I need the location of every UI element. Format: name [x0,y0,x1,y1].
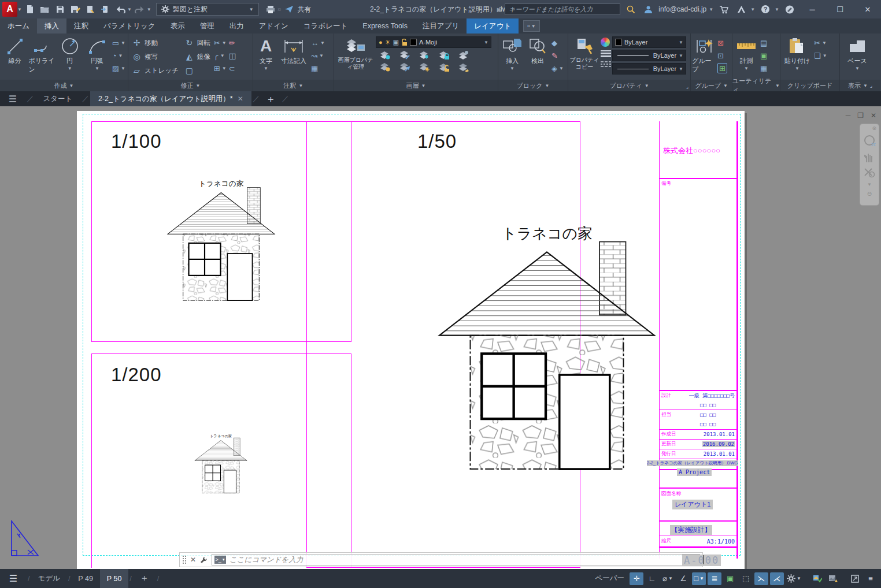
maximize-button[interactable]: ☐ [828,1,852,17]
arc-button[interactable]: 円弧▼ [83,35,110,71]
account-caret-icon[interactable]: ▼ [709,7,713,12]
rotate-button[interactable]: ↻回転 [184,36,210,49]
model-tab[interactable]: モデル [31,569,66,588]
snap-mode-toggle[interactable]: ✛ [630,572,643,585]
command-prompt-icon[interactable]: >_▼ [214,556,226,564]
close-button[interactable]: ✕ [856,1,880,17]
panel-label-draw[interactable]: 作成▼ [0,80,128,91]
move-button[interactable]: ✢移動 [132,36,179,49]
group-edit-button[interactable]: ⊡ [717,50,727,61]
text-button[interactable]: A 文字▼ [254,35,277,71]
explode-button[interactable]: ◫ [229,50,236,61]
transfer-button[interactable] [98,2,112,16]
ribbon-display-toggle[interactable]: ▫▼ [523,20,539,32]
help-icon[interactable]: ? [758,2,772,16]
steering-wheel-icon[interactable]: 2D [863,135,876,147]
help-caret-icon[interactable]: ▼ [775,7,779,12]
tab-manage[interactable]: 管理 [193,18,222,34]
tab-addins[interactable]: アドイン [251,18,296,34]
tab-output[interactable]: 出力 [222,18,251,34]
layer-set-current-icon[interactable] [399,50,410,60]
plot-status-icon[interactable] [810,572,824,585]
fillet-button[interactable]: ╭▼ [214,50,227,61]
tab-featured-apps[interactable]: 注目アプリ [415,18,467,34]
doc-restore-icon[interactable]: ❐ [857,111,864,120]
pan-hand-icon[interactable] [864,151,875,163]
panel-label-layers[interactable]: 画層▼ [334,80,498,91]
rectangle-button[interactable]: ▭▼ [112,38,125,48]
create-block-button[interactable]: ◆ [551,38,564,48]
dimension-button[interactable]: 寸法記入 [277,35,310,65]
edit-attributes-button[interactable]: ✎ [551,50,564,61]
navbar-orbit-icon[interactable]: ⊖ [867,191,872,197]
color-wheel-icon[interactable] [601,38,610,47]
calculator-button[interactable]: ▦ [760,63,767,73]
workspace-selector[interactable]: 製図と注釈 ▼ [156,3,259,16]
properties-dialog-launcher[interactable]: ⌟ [686,84,688,90]
doc-close-icon[interactable]: ✕ [871,111,876,120]
autocad-logo-button[interactable]: A [2,2,17,17]
app-menu-caret-icon[interactable]: ▼ [17,7,22,12]
navbar-more-icon[interactable]: ▼ [867,182,872,187]
layer-unlock-all-icon[interactable] [438,62,450,72]
viewport-1-50[interactable] [306,121,580,568]
tab-home[interactable]: ホーム [0,18,37,34]
command-input[interactable]: >_▼ ここにコマンドを入力 [212,554,700,565]
undo-caret-icon[interactable]: ▼ [127,7,132,12]
panel-label-view[interactable]: 表示▼⌟ [840,80,880,91]
layout-tab-p50[interactable]: P 50 [100,569,129,588]
ungroup-button[interactable]: ⊠ [717,38,727,48]
printer-icon[interactable] [264,2,277,16]
tab-parametric[interactable]: パラメトリック [96,18,163,34]
copy-button[interactable]: ◎複写 [132,50,179,63]
array-button[interactable]: ⊞▼ [214,63,227,73]
layout-tab-p49[interactable]: P 49 [71,569,100,588]
snap-tracking-toggle[interactable]: ⋌ [770,572,784,585]
panel-label-block[interactable]: ブロック▼ [498,80,568,91]
open-file-button[interactable] [38,2,52,16]
match-properties-button[interactable]: プロパティコピー [569,35,599,70]
share-icon[interactable] [282,2,296,16]
lineweight-dropdown[interactable]: ByLayer▼ [612,50,686,61]
layer-off-icon[interactable] [379,62,391,72]
insert-block-button[interactable]: 挿入▼ [499,35,525,71]
file-tabs-menu-icon[interactable]: ☰ [0,91,25,106]
group-selection-toggle[interactable]: ⊞ [717,63,727,73]
share-label[interactable]: 共有 [297,5,311,14]
dim-linear-button[interactable]: ↔▼ [311,38,325,48]
layer-freeze-icon[interactable] [419,50,430,60]
ellipse-button[interactable]: ◔▼ [112,50,125,61]
paper-model-toggle[interactable]: ペーパー [591,574,628,583]
object-snap-toggle[interactable]: □▼ [692,572,706,585]
layer-thaw-all-icon[interactable] [419,62,430,72]
save-as-button[interactable] [68,2,82,16]
status-bar-menu-icon[interactable]: ≡ [864,572,878,585]
leader-button[interactable]: ↝▼ [311,50,325,61]
save-button[interactable] [53,2,67,16]
offset-button[interactable]: ⊂ [229,63,236,73]
layer-match-icon[interactable] [458,50,469,60]
zoom-extents-icon[interactable] [863,167,876,178]
hatch-button[interactable]: ▨▼ [112,63,125,73]
polar-tracking-toggle[interactable]: ⌀▼ [661,572,675,585]
stretch-button[interactable]: ▱ストレッチ [132,64,179,77]
linetype-dropdown[interactable]: ByLayer▼ [612,63,686,75]
panel-label-annotation[interactable]: 注釈▼ [253,80,334,91]
redo-button[interactable] [133,2,147,16]
search-expand-icon[interactable]: ▶ [497,6,502,13]
cut-button[interactable]: ✂▼ [814,38,827,48]
layer-isolate-icon[interactable] [379,50,391,60]
layer-dropdown[interactable]: ● ☀ ▣ A-Moji ▼ [376,36,491,48]
command-close-icon[interactable]: ✕ [190,556,196,564]
transparency-toggle[interactable]: ▣ [723,572,737,585]
tab-insert[interactable]: 挿入 [37,18,66,34]
autodesk-app-icon[interactable] [734,2,748,16]
panel-label-clipboard[interactable]: クリップボード [780,80,839,91]
search-icon[interactable] [624,2,638,16]
tab-layout[interactable]: レイアウト [467,18,519,34]
annotation-monitor-icon[interactable] [826,572,840,585]
trim-button[interactable]: ✂▼ [214,38,227,48]
panel-label-utilities[interactable]: ユーティリティ▼ [732,80,780,91]
customization-gear-icon[interactable]: ▼ [786,572,802,585]
quick-select-button[interactable]: ▤ [760,38,767,48]
